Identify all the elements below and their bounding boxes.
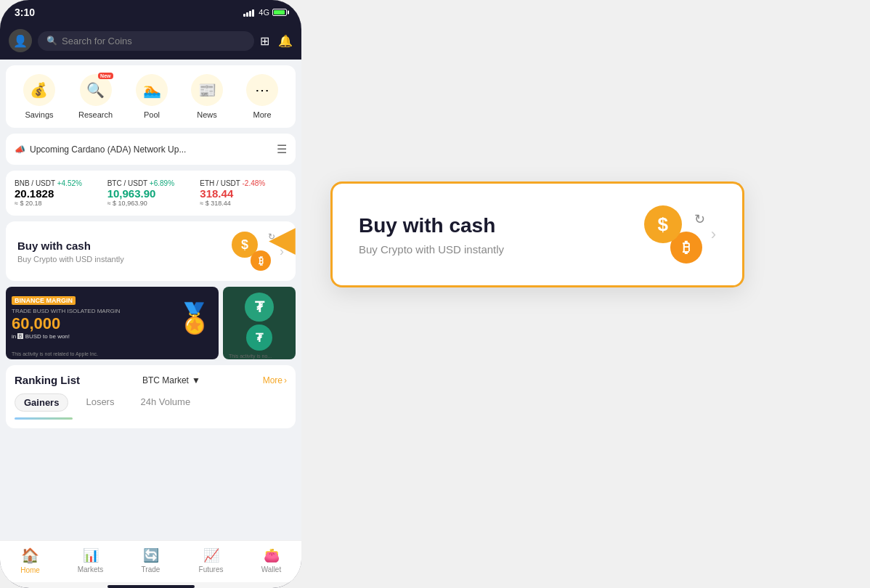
new-badge: New <box>98 73 113 79</box>
tether-coin-icon: ₮ <box>245 293 274 322</box>
menu-item-news[interactable]: 📰 News <box>191 74 223 119</box>
btc-usd: ≈ $ 10,963.90 <box>107 200 195 207</box>
eth-usd: ≈ $ 318.44 <box>200 200 287 207</box>
bnb-pair: BNB / USDT +4.52% <box>15 179 102 187</box>
status-bar: 3:10 4G <box>0 0 301 22</box>
popup-card[interactable]: Buy with cash Buy Crypto with USD instan… <box>330 181 744 287</box>
ticker-btc[interactable]: BTC / USDT +6.89% 10,963.90 ≈ $ 10,963.9… <box>107 179 195 207</box>
tab-gainers[interactable]: Gainers <box>15 393 68 412</box>
ranking-header: Ranking List BTC Market ▼ More › <box>15 374 287 386</box>
savings-label: Savings <box>25 110 53 119</box>
more-arrow-icon: › <box>284 375 287 385</box>
top-nav: 👤 🔍 Search for Coins ⊞ 🔔 <box>0 22 301 60</box>
popup-dollar-icon: $ <box>644 205 682 243</box>
ticker-bnb[interactable]: BNB / USDT +4.52% 20.1828 ≈ $ 20.18 <box>15 179 102 207</box>
tab-24h-volume[interactable]: 24h Volume <box>131 393 199 412</box>
bnb-change: +4.52% <box>57 179 82 187</box>
menu-item-pool[interactable]: 🏊 Pool <box>136 74 168 119</box>
quick-menu: 💰 Savings 🔍 New Research 🏊 Pool 📰 Ne <box>6 65 296 128</box>
nav-wallet[interactable]: 👛 Wallet <box>250 547 293 573</box>
megaphone-icon: 📣 <box>15 144 25 155</box>
more-icon-wrap: ⋯ <box>246 74 278 106</box>
markets-nav-label: Markets <box>78 565 104 573</box>
avatar[interactable]: 👤 <box>9 29 32 52</box>
pool-label: Pool <box>144 110 160 119</box>
futures-icon: 📈 <box>203 547 219 563</box>
savings-icon-wrap: 💰 <box>23 74 55 106</box>
nav-futures[interactable]: 📈 Futures <box>190 547 233 573</box>
tab-losers[interactable]: Losers <box>77 393 123 412</box>
btc-coin-icon: ₿ <box>251 250 271 271</box>
user-icon: 👤 <box>13 34 28 48</box>
dropdown-icon: ▼ <box>192 375 200 385</box>
news-icon-wrap: 📰 <box>191 74 223 106</box>
status-time: 3:10 <box>15 7 35 18</box>
popup-title: Buy with cash <box>359 214 504 237</box>
eth-pair-name: ETH / USDT <box>200 179 240 187</box>
ticker-eth[interactable]: ETH / USDT -2.48% 318.44 ≈ $ 318.44 <box>200 179 287 207</box>
banner-coin-icon: 🏅 <box>176 301 213 335</box>
popup-coins: $ ₿ ↻ <box>644 205 702 264</box>
home-nav-label: Home <box>20 566 40 574</box>
eth-price: 318.44 <box>200 187 287 200</box>
btc-price: 10,963.90 <box>107 187 195 200</box>
search-placeholder-text: Search for Coins <box>62 36 132 46</box>
markets-icon: 📊 <box>83 547 99 563</box>
announcement-bar[interactable]: 📣 Upcoming Cardano (ADA) Network Up... ☰ <box>6 134 296 165</box>
content-area: 💰 Savings 🔍 New Research 🏊 Pool 📰 Ne <box>0 60 301 540</box>
banner-row: BINANCE MARGIN TRADE BUSD WITH ISOLATED … <box>6 287 296 359</box>
menu-item-more[interactable]: ⋯ More <box>246 74 278 119</box>
nav-icons: ⊞ 🔔 <box>260 34 293 48</box>
ticker-row: BNB / USDT +4.52% 20.1828 ≈ $ 20.18 BTC … <box>15 179 287 207</box>
eth-pair: ETH / USDT -2.48% <box>200 179 287 187</box>
btc-change: +6.89% <box>150 179 174 187</box>
popup-arrow-icon: › <box>711 225 716 244</box>
ranking-title: Ranking List <box>15 374 80 386</box>
home-indicator <box>107 585 195 588</box>
signal-bars-icon <box>243 8 254 17</box>
ranking-market[interactable]: BTC Market ▼ <box>142 375 200 385</box>
list-icon[interactable]: ☰ <box>277 142 287 156</box>
tether-coins: ₮ ₮ <box>229 293 290 351</box>
banner-right[interactable]: ₮ ₮ This activity is no... <box>223 287 296 359</box>
buy-cash-card[interactable]: Buy with cash Buy Crypto with USD instan… <box>6 221 296 281</box>
market-label: BTC Market <box>142 375 189 385</box>
popup-subtitle: Buy Crypto with USD instantly <box>359 243 504 256</box>
popup-right: $ ₿ ↻ › <box>644 205 716 264</box>
banner-left[interactable]: BINANCE MARGIN TRADE BUSD WITH ISOLATED … <box>6 287 219 359</box>
buy-cash-left: Buy with cash Buy Crypto with USD instan… <box>17 240 124 264</box>
menu-item-research[interactable]: 🔍 New Research <box>78 74 113 119</box>
scan-icon[interactable]: ⊞ <box>260 34 269 48</box>
price-ticker: BNB / USDT +4.52% 20.1828 ≈ $ 20.18 BTC … <box>6 171 296 216</box>
btc-pair-name: BTC / USDT <box>107 179 147 187</box>
status-icons: 4G <box>243 8 287 17</box>
search-bar[interactable]: 🔍 Search for Coins <box>38 31 254 51</box>
bnb-usd: ≈ $ 20.18 <box>15 200 102 207</box>
arrow-connector: ◀ <box>269 218 296 258</box>
trade-icon: 🔄 <box>143 547 159 563</box>
popup-left: Buy with cash Buy Crypto with USD instan… <box>359 214 504 256</box>
network-label: 4G <box>259 8 269 17</box>
announcement-content: Upcoming Cardano (ADA) Network Up... <box>30 144 186 155</box>
research-label: Research <box>78 110 113 119</box>
wallet-nav-label: Wallet <box>261 565 281 573</box>
nav-markets[interactable]: 📊 Markets <box>69 547 113 573</box>
wallet-icon: 👛 <box>264 547 280 563</box>
ranking-tabs: Gainers Losers 24h Volume <box>15 393 287 412</box>
home-icon: 🏠 <box>21 547 39 564</box>
buy-cash-subtitle: Buy Crypto with USD instantly <box>17 255 124 264</box>
battery-icon <box>272 9 287 16</box>
nav-home[interactable]: 🏠 Home <box>9 547 52 574</box>
bnb-price: 20.1828 <box>15 187 102 200</box>
more-text: More <box>263 375 282 385</box>
menu-item-savings[interactable]: 💰 Savings <box>23 74 55 119</box>
nav-trade[interactable]: 🔄 Trade <box>129 547 173 573</box>
popup-refresh-icon: ↻ <box>694 211 705 227</box>
pool-icon-wrap: 🏊 <box>136 74 168 106</box>
bell-icon[interactable]: 🔔 <box>278 34 293 48</box>
bottom-nav: 🏠 Home 📊 Markets 🔄 Trade 📈 Futures 👛 Wal… <box>0 540 301 582</box>
phone-frame: 3:10 4G 👤 🔍 Search for C <box>0 0 301 588</box>
tether-coin-icon-2: ₮ <box>246 324 272 351</box>
ranking-more-button[interactable]: More › <box>263 375 287 385</box>
news-label: News <box>197 110 217 119</box>
